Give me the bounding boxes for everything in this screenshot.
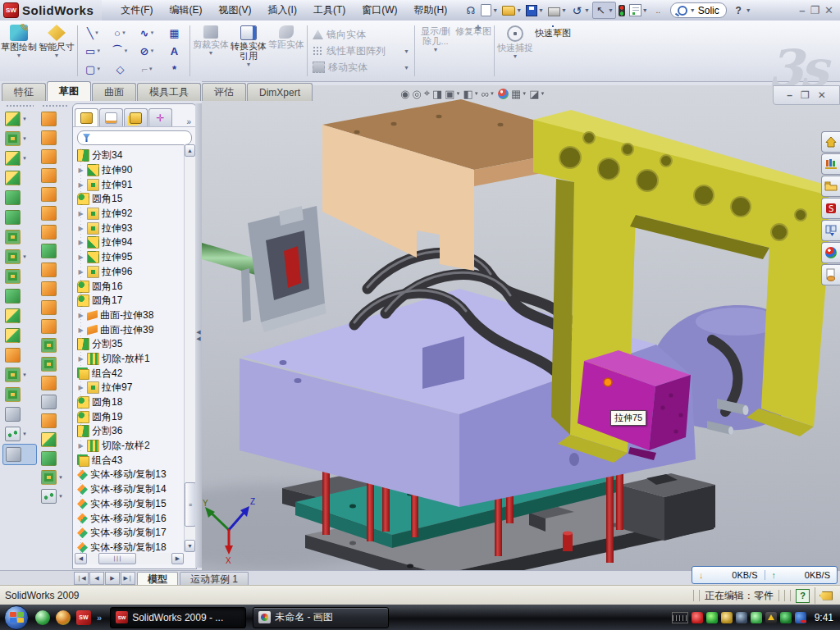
feature-label[interactable]: 拉伸92 [102,207,132,221]
options-icon[interactable]: ▼ [628,2,650,18]
feature-tree-row[interactable]: ▶ 组合42 [75,366,196,381]
tag-cell[interactable] [815,587,837,604]
hud-tool[interactable]: ◨ ▼ [432,88,442,100]
sketch-entity-button[interactable]: ○ ▼ [107,24,134,42]
feature-label[interactable]: 拉伸93 [102,221,132,235]
toolbar-button[interactable]: ▼ [2,109,37,129]
toolbar-grip[interactable] [42,104,68,108]
toolbar-button[interactable]: ▼ [39,468,71,486]
menu-item[interactable]: 工具(T) [306,1,353,20]
sketch-entity-button[interactable]: ▢ ▼ [80,60,107,78]
toolbar-button[interactable]: ▼ [39,373,71,392]
feature-tree-row[interactable]: ▶ 分割34 [75,148,196,163]
home-icon[interactable] [821,131,840,153]
toolbar-button[interactable]: ▼ [39,486,71,505]
feature-label[interactable]: 分割35 [92,337,122,351]
menu-item[interactable]: 视图(V) [212,1,259,20]
command-tab[interactable]: 评估 [202,83,246,101]
feature-tree-row[interactable]: ▶ 实体-移动/复制16 [75,511,196,526]
feature-tree-row[interactable]: ▶ 实体-移动/复制13 [75,468,196,482]
feature-tree-row[interactable]: ▶ 拉伸97 [75,381,196,395]
taskbar-task-button[interactable]: SW SolidWorks 2009 - ... [110,607,246,628]
expand-caret-icon[interactable]: ▶ [77,253,84,261]
toolbar-button[interactable]: ▼ [39,279,71,298]
minimize-button[interactable]: – [799,4,805,16]
toolbar-button[interactable]: ▼ [39,241,71,260]
toolbar-overflow-icon[interactable]: .. [651,2,666,18]
graphics-viewport[interactable]: Y Z X [202,85,840,570]
taskbar-task-button[interactable]: 未命名 - 画图 [253,607,389,628]
feature-label[interactable]: 拉伸96 [102,265,132,279]
feature-label[interactable]: 拉伸94 [102,235,132,249]
menu-item[interactable]: 插入(I) [261,1,304,20]
feature-tree-row[interactable]: ▶ 圆角19 [75,409,196,424]
feature-tree-row[interactable]: ▶ 拉伸91 [75,177,196,192]
taskbar-clock[interactable]: 9:41 [815,612,833,623]
feature-label[interactable]: 实体-移动/复制14 [90,482,167,496]
command-tab[interactable]: 特征 [2,83,46,101]
feature-tree-row[interactable]: ▶ 拉伸93 [75,221,196,235]
move-entities-button[interactable]: 移动实体 ▼ [313,61,409,75]
restore-button[interactable]: ❐ [810,4,819,16]
volume-tray-icon[interactable] [736,612,747,623]
feature-tree-row[interactable]: ▶ 圆角16 [75,279,196,294]
toolbar-button[interactable]: ▼ [39,336,71,354]
start-button[interactable] [4,605,29,630]
toolbar-button[interactable]: ▼ [2,326,37,345]
display-delete-relations-button[interactable]: 显示/删除几... ▼ [417,21,454,81]
toolbar-button[interactable]: ▼ [2,306,37,326]
feature-tree-row[interactable]: ▶ 分割35 [75,337,196,352]
document-tab[interactable]: 运动算例 1 [180,572,249,586]
expand-caret-icon[interactable]: ▶ [77,326,84,334]
sketch-entity-button[interactable]: ∿ ▼ [134,24,161,42]
sketch-entity-button[interactable]: * ▼ [161,60,188,78]
feature-label[interactable]: 实体-移动/复制16 [90,512,167,526]
toolbar-button[interactable]: ▼ [2,424,37,444]
messenger-quicklaunch-icon[interactable] [35,610,50,625]
feature-label[interactable]: 圆角16 [92,280,122,294]
feature-tree-row[interactable]: ▶ 实体-移动/复制17 [75,526,196,541]
feature-tree-row[interactable]: ▶ 曲面-拉伸39 [75,322,196,337]
hud-tool[interactable]: ▣ ▼ [445,88,460,100]
scroll-left-button[interactable]: ◀ [75,553,87,564]
network-speed-widget[interactable]: ↓ 0KB/S ↑ 0KB/S [692,566,838,584]
custom-properties-icon[interactable] [821,264,840,285]
command-tab[interactable]: 草图 [47,81,91,101]
award-tray-icon[interactable] [721,612,733,623]
security-alert-tray-icon[interactable] [692,612,703,623]
save-icon[interactable]: ▼ [524,3,546,18]
expand-caret-icon[interactable]: ▶ [77,384,84,391]
toolbar-button[interactable]: ▼ [39,354,71,373]
feature-label[interactable]: 曲面-拉伸38 [100,308,153,322]
expand-caret-icon[interactable]: ▶ [77,225,84,232]
linear-sketch-pattern-button[interactable]: 线性草图阵列 ▼ [313,44,409,58]
toolbar-button[interactable]: ▼ [2,365,37,385]
expand-caret-icon[interactable]: ▶ [77,268,84,276]
search-input[interactable]: ▼ Solic [670,2,727,18]
feature-tree-row[interactable]: ▶ 拉伸96 [75,265,196,280]
panel-splitter[interactable]: ◀◀ [195,103,202,568]
panel-tab-overflow[interactable]: » [183,117,194,126]
part-right-step-block[interactable] [620,473,715,541]
rebuild-icon[interactable] [617,3,627,18]
hud-tool[interactable]: ▦ ▼ [511,88,527,100]
scroll-thumb[interactable]: ≡ [185,482,196,527]
tab-nav-button[interactable]: ◀ [89,572,104,585]
feature-label[interactable]: 拉伸91 [102,178,132,192]
scroll-right-button[interactable]: ▶ [171,553,184,564]
smart-dimension-button[interactable]: 智能尺寸 ▼ [38,21,75,81]
sketch-entity-button[interactable]: A ▼ [161,42,188,60]
toolbar-button[interactable]: ▼ [39,203,71,222]
feature-label[interactable]: 组合42 [92,367,122,381]
feature-tree-row[interactable]: ▶ 组合43 [75,453,196,468]
toolbar-button[interactable]: ▼ [39,185,71,203]
quick-snaps-button[interactable]: 快速捕捉 ▼ [496,21,534,81]
toolbar-button[interactable]: ▼ [39,109,71,128]
rapid-sketch-button[interactable]: 快速草图 [534,21,572,81]
appearances-icon[interactable] [821,242,840,263]
expand-caret-icon[interactable]: ▶ [77,442,84,450]
expand-caret-icon[interactable]: ▶ [77,167,84,174]
command-tab[interactable]: 模具工具 [137,83,201,101]
feature-label[interactable]: 圆角18 [92,395,122,409]
new-file-icon[interactable]: ▼ [479,2,500,18]
